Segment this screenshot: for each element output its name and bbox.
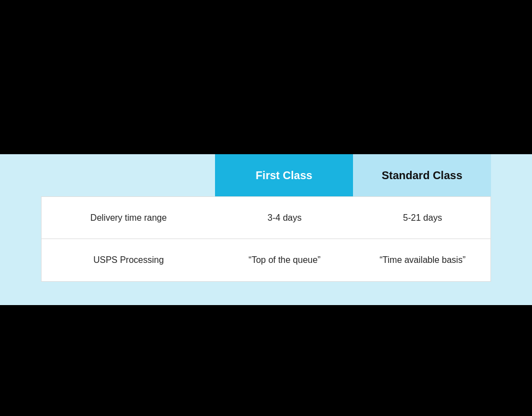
row-standard-class-delivery: 5-21 days	[354, 202, 492, 234]
table-body: Delivery time range 3-4 days 5-21 days U…	[41, 196, 491, 282]
bottom-black-section	[0, 311, 532, 416]
top-black-section	[0, 0, 532, 154]
content-section: First Class Standard Class Delivery time…	[0, 154, 532, 305]
header-standard-class: Standard Class	[353, 154, 491, 196]
row-standard-class-usps: “Time available basis”	[354, 244, 492, 276]
header-first-class: First Class	[215, 154, 353, 196]
standard-class-label: Standard Class	[382, 169, 463, 182]
first-class-label: First Class	[255, 169, 312, 182]
table-header: First Class Standard Class	[41, 154, 491, 196]
table-row: USPS Processing “Top of the queue” “Time…	[42, 239, 490, 281]
row-label-usps: USPS Processing	[42, 244, 216, 276]
header-empty-cell	[41, 154, 215, 196]
comparison-table: First Class Standard Class Delivery time…	[41, 154, 491, 282]
row-label-delivery: Delivery time range	[42, 202, 216, 234]
row-first-class-delivery: 3-4 days	[216, 202, 354, 234]
table-row: Delivery time range 3-4 days 5-21 days	[42, 197, 490, 239]
row-first-class-usps: “Top of the queue”	[216, 244, 354, 276]
